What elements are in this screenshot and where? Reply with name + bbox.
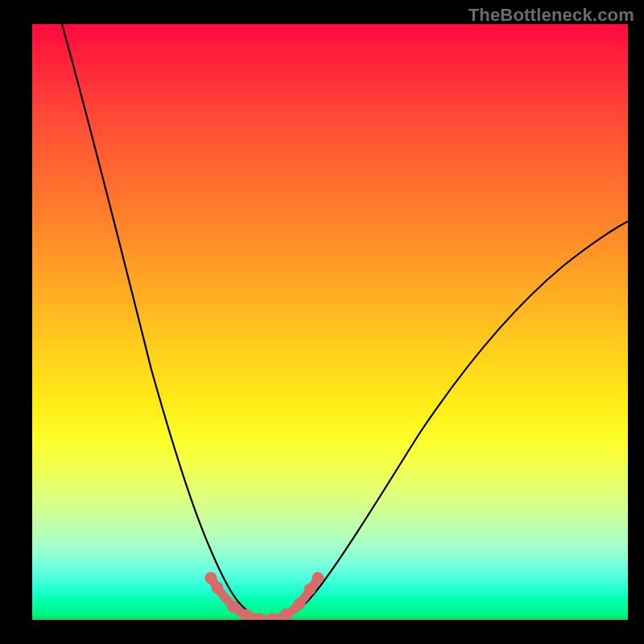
- left-curve: [62, 24, 263, 620]
- watermark-text: TheBottleneck.com: [469, 5, 634, 26]
- chart-svg: [32, 24, 628, 620]
- marker-dot: [266, 613, 279, 621]
- marker-dot: [228, 601, 240, 613]
- marker-dot: [312, 572, 324, 584]
- marker-dot: [294, 598, 306, 610]
- chart-frame: TheBottleneck.com: [0, 0, 644, 644]
- marker-group: [205, 572, 324, 621]
- plot-area: [32, 24, 628, 620]
- marker-dot: [212, 582, 224, 594]
- marker-dot: [281, 609, 293, 621]
- marker-dot: [304, 584, 316, 596]
- right-curve: [282, 221, 628, 620]
